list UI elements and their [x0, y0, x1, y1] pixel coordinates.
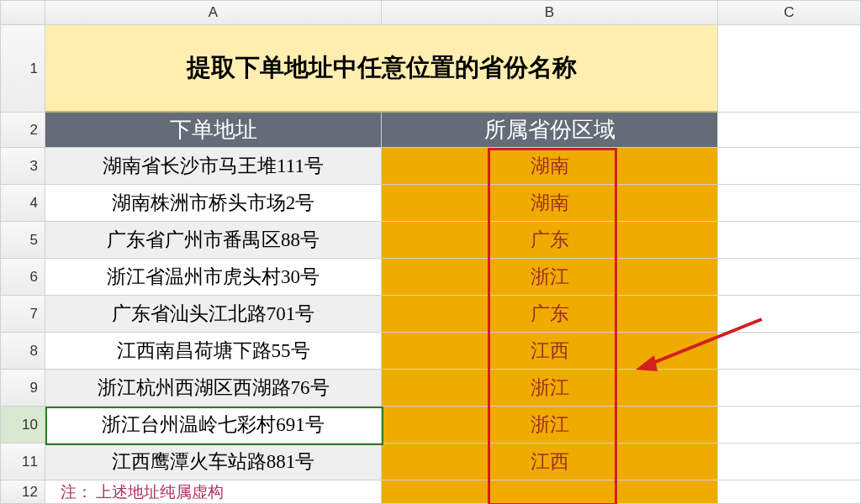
note-text: 上述地址纯属虚构: [96, 481, 224, 503]
cell-B11[interactable]: 江西: [382, 444, 718, 480]
cell-B6[interactable]: 浙江: [382, 259, 718, 296]
col-head-B[interactable]: B: [382, 0, 718, 25]
prov-value: 湖南: [531, 190, 569, 216]
row-head-9[interactable]: 9: [0, 370, 45, 407]
row-head-5[interactable]: 5: [0, 222, 45, 259]
cell-C7[interactable]: [718, 296, 861, 333]
merged-title-cell[interactable]: 提取下单地址中任意位置的省份名称: [45, 25, 718, 113]
prov-value: 广东: [531, 301, 569, 327]
row-head-4[interactable]: 4: [0, 185, 45, 222]
cell-B10[interactable]: 浙江: [382, 407, 718, 444]
cell-A3[interactable]: 湖南省长沙市马王堆111号: [45, 148, 382, 185]
prov-value: 湖南: [531, 153, 569, 179]
cell-B5[interactable]: 广东: [382, 222, 718, 259]
cell-A12-note[interactable]: 注： 上述地址纯属虚构: [45, 480, 382, 504]
cell-C8[interactable]: [718, 333, 861, 370]
row-head-3[interactable]: 3: [0, 148, 45, 185]
cell-C1[interactable]: [718, 25, 861, 113]
cell-C12[interactable]: [718, 480, 861, 504]
row-head-7[interactable]: 7: [0, 296, 45, 333]
spreadsheet-grid[interactable]: A B C 1 提取下单地址中任意位置的省份名称 2 下单地址 所属省份区域 3…: [0, 0, 861, 504]
prov-value: 江西: [531, 338, 569, 364]
cell-C11[interactable]: [718, 444, 861, 480]
cell-A5[interactable]: 广东省广州市番禺区88号: [45, 222, 382, 259]
row-head-10[interactable]: 10: [0, 407, 45, 444]
cell-A9[interactable]: 浙江杭州西湖区西湖路76号: [45, 370, 382, 407]
header-addr[interactable]: 下单地址: [45, 113, 382, 148]
cell-C9[interactable]: [718, 370, 861, 407]
col-head-A[interactable]: A: [45, 0, 382, 25]
prov-value: 浙江: [531, 264, 569, 290]
cell-C4[interactable]: [718, 185, 861, 222]
row-head-2[interactable]: 2: [0, 113, 45, 148]
cell-A8[interactable]: 江西南昌荷塘下路55号: [45, 333, 382, 370]
select-all-corner[interactable]: [0, 0, 45, 25]
cell-B9[interactable]: 浙江: [382, 370, 718, 407]
row-head-6[interactable]: 6: [0, 259, 45, 296]
row-head-1[interactable]: 1: [0, 25, 45, 113]
cell-B4[interactable]: 湖南: [382, 185, 718, 222]
note-prefix: 注：: [61, 481, 92, 503]
prov-value: 浙江: [531, 375, 569, 401]
cell-A10[interactable]: 浙江台州温岭七彩村691号: [45, 407, 382, 444]
cell-C6[interactable]: [718, 259, 861, 296]
cell-A6[interactable]: 浙江省温州市虎头村30号: [45, 259, 382, 296]
cell-B3[interactable]: 湖南: [382, 148, 718, 185]
cell-B8[interactable]: 江西: [382, 333, 718, 370]
cell-A11[interactable]: 江西鹰潭火车站路881号: [45, 444, 382, 480]
prov-value: 江西: [531, 449, 569, 475]
cell-C5[interactable]: [718, 222, 861, 259]
cell-C2[interactable]: [718, 113, 861, 148]
col-head-C[interactable]: C: [718, 0, 861, 25]
cell-B12[interactable]: [382, 480, 718, 504]
prov-value: 广东: [531, 227, 569, 253]
row-head-11[interactable]: 11: [0, 444, 45, 480]
cell-A4[interactable]: 湖南株洲市桥头市场2号: [45, 185, 382, 222]
cell-A7[interactable]: 广东省汕头江北路701号: [45, 296, 382, 333]
cell-C10[interactable]: [718, 407, 861, 444]
cell-B7[interactable]: 广东: [382, 296, 718, 333]
prov-value: 浙江: [531, 412, 569, 438]
cell-C3[interactable]: [718, 148, 861, 185]
row-head-8[interactable]: 8: [0, 333, 45, 370]
row-head-12[interactable]: 12: [0, 480, 45, 504]
header-prov[interactable]: 所属省份区域: [382, 113, 718, 148]
